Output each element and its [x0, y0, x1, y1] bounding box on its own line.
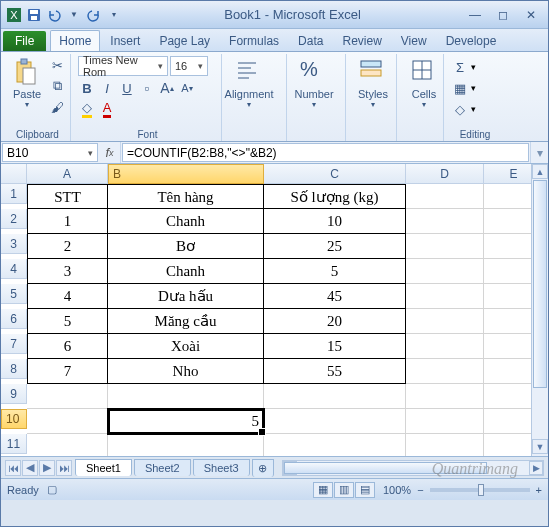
- sheet-tab-3[interactable]: Sheet3: [193, 459, 250, 476]
- row-header-9[interactable]: 9: [1, 384, 27, 404]
- underline-button[interactable]: U: [118, 79, 136, 97]
- row-header-11[interactable]: 11: [1, 434, 27, 454]
- cell-d11[interactable]: [406, 434, 484, 456]
- cell-a11[interactable]: [27, 434, 108, 456]
- qat-dropdown-icon[interactable]: ▼: [65, 6, 83, 24]
- sheet-nav-prev-icon[interactable]: ◀: [22, 460, 38, 476]
- cell-c7[interactable]: 15: [264, 334, 406, 359]
- grow-font-button[interactable]: A▴: [158, 79, 176, 97]
- tab-data[interactable]: Data: [289, 30, 332, 51]
- cell-b10[interactable]: 5: [108, 409, 264, 434]
- italic-button[interactable]: I: [98, 79, 116, 97]
- cell-a3[interactable]: 2: [27, 234, 108, 259]
- sheet-nav-last-icon[interactable]: ⏭: [56, 460, 72, 476]
- page-layout-view-button[interactable]: ▥: [334, 482, 354, 498]
- cell-a4[interactable]: 3: [27, 259, 108, 284]
- cell-c2[interactable]: 10: [264, 209, 406, 234]
- tab-developer[interactable]: Develope: [437, 30, 506, 51]
- row-header-2[interactable]: 2: [1, 209, 27, 229]
- zoom-in-button[interactable]: +: [536, 484, 542, 496]
- cell-d7[interactable]: [406, 334, 484, 359]
- name-box[interactable]: B10▾: [2, 143, 98, 162]
- row-header-5[interactable]: 5: [1, 284, 27, 304]
- row-header-10[interactable]: 10: [1, 409, 27, 429]
- file-tab[interactable]: File: [3, 31, 46, 51]
- minimize-button[interactable]: —: [462, 6, 488, 24]
- worksheet-grid[interactable]: A B C D E 1 STT Tên hàng Số lượng (kg) 2…: [1, 164, 548, 456]
- cell-b3[interactable]: Bơ: [108, 234, 264, 259]
- normal-view-button[interactable]: ▦: [313, 482, 333, 498]
- cell-d6[interactable]: [406, 309, 484, 334]
- shrink-font-button[interactable]: A▾: [178, 79, 196, 97]
- maximize-button[interactable]: ◻: [490, 6, 516, 24]
- fill-color-button[interactable]: ◇: [78, 100, 96, 118]
- cell-d1[interactable]: [406, 184, 484, 209]
- border-button[interactable]: ▫: [138, 79, 156, 97]
- col-header-a[interactable]: A: [27, 164, 108, 184]
- cell-b7[interactable]: Xoài: [108, 334, 264, 359]
- tab-formulas[interactable]: Formulas: [220, 30, 288, 51]
- zoom-level[interactable]: 100%: [383, 484, 411, 496]
- cells-button[interactable]: Cells▾: [404, 56, 444, 109]
- select-all-corner[interactable]: [1, 164, 27, 184]
- cell-d5[interactable]: [406, 284, 484, 309]
- formula-input[interactable]: =COUNTIF(B2:B8,"<>"&B2): [122, 143, 529, 162]
- cell-b4[interactable]: Chanh: [108, 259, 264, 284]
- cell-a6[interactable]: 5: [27, 309, 108, 334]
- row-header-8[interactable]: 8: [1, 359, 27, 379]
- page-break-view-button[interactable]: ▤: [355, 482, 375, 498]
- cell-a2[interactable]: 1: [27, 209, 108, 234]
- tab-insert[interactable]: Insert: [101, 30, 149, 51]
- undo-icon[interactable]: [45, 6, 63, 24]
- row-header-6[interactable]: 6: [1, 309, 27, 329]
- macro-record-icon[interactable]: ▢: [47, 483, 57, 496]
- zoom-slider-thumb[interactable]: [478, 484, 484, 496]
- row-header-3[interactable]: 3: [1, 234, 27, 254]
- cell-c9[interactable]: [264, 384, 406, 409]
- hscroll-thumb[interactable]: [284, 462, 487, 474]
- cell-d2[interactable]: [406, 209, 484, 234]
- tab-page-layout[interactable]: Page Lay: [150, 30, 219, 51]
- row-header-1[interactable]: 1: [1, 184, 27, 204]
- cell-d3[interactable]: [406, 234, 484, 259]
- format-painter-icon[interactable]: 🖌: [48, 98, 66, 116]
- row-header-7[interactable]: 7: [1, 334, 27, 354]
- cell-c1[interactable]: Số lượng (kg): [264, 184, 406, 209]
- number-button[interactable]: % Number▾: [294, 56, 334, 109]
- cell-c4[interactable]: 5: [264, 259, 406, 284]
- cell-d8[interactable]: [406, 359, 484, 384]
- alignment-button[interactable]: Alignment▾: [229, 56, 269, 109]
- cell-c8[interactable]: 55: [264, 359, 406, 384]
- cell-a1[interactable]: STT: [27, 184, 108, 209]
- clear-icon[interactable]: ◇: [451, 100, 469, 118]
- cell-c11[interactable]: [264, 434, 406, 456]
- cell-b9[interactable]: [108, 384, 264, 409]
- zoom-out-button[interactable]: −: [417, 484, 423, 496]
- sheet-tab-1[interactable]: Sheet1: [75, 459, 132, 476]
- cut-icon[interactable]: ✂: [48, 56, 66, 74]
- cell-a7[interactable]: 6: [27, 334, 108, 359]
- autosum-icon[interactable]: Σ: [451, 58, 469, 76]
- cell-c10[interactable]: [264, 409, 406, 434]
- scroll-down-icon[interactable]: ▼: [532, 439, 548, 454]
- zoom-slider[interactable]: [430, 488, 530, 492]
- font-name-select[interactable]: Times New Rom▾: [78, 56, 168, 76]
- scroll-thumb[interactable]: [533, 180, 547, 388]
- cell-a9[interactable]: [27, 384, 108, 409]
- copy-icon[interactable]: ⧉: [48, 77, 66, 95]
- col-header-b[interactable]: B: [108, 164, 264, 184]
- bold-button[interactable]: B: [78, 79, 96, 97]
- cell-a8[interactable]: 7: [27, 359, 108, 384]
- close-button[interactable]: ✕: [518, 6, 544, 24]
- tab-view[interactable]: View: [392, 30, 436, 51]
- scroll-right-icon[interactable]: ▶: [529, 461, 543, 475]
- cell-d10[interactable]: [406, 409, 484, 434]
- col-header-d[interactable]: D: [406, 164, 484, 184]
- font-size-select[interactable]: 16▾: [170, 56, 208, 76]
- qat-more-icon[interactable]: ▾: [105, 6, 123, 24]
- horizontal-scrollbar[interactable]: ◀ ▶: [282, 460, 544, 476]
- cell-b11[interactable]: [108, 434, 264, 456]
- save-icon[interactable]: [25, 6, 43, 24]
- cell-a10[interactable]: [27, 409, 108, 434]
- fill-icon[interactable]: ▦: [451, 79, 469, 97]
